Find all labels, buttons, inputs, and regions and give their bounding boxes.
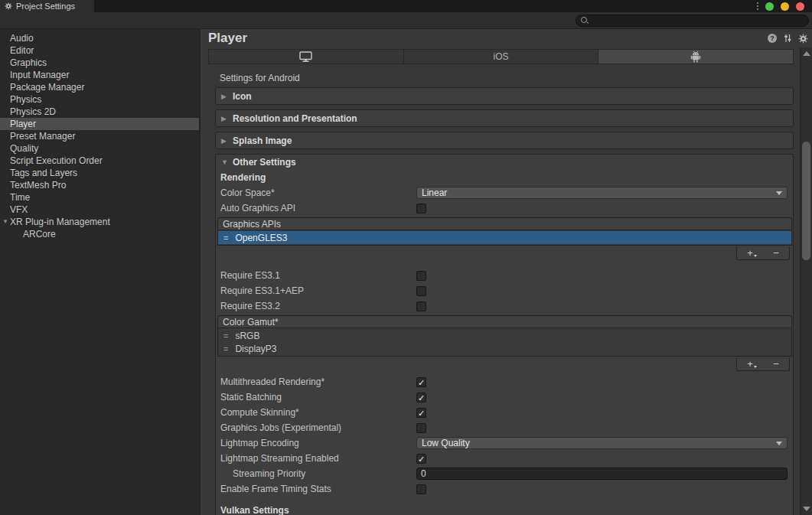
streaming-priority-row: Streaming Priority xyxy=(216,466,793,481)
color-gamut-list: Color Gamut* = sRGB = DisplayP3 xyxy=(217,315,792,371)
sidebar-item-package-manager[interactable]: Package Manager xyxy=(0,81,199,93)
multithreaded-rendering-checkbox[interactable]: ✓ xyxy=(416,377,426,387)
tab-standalone[interactable] xyxy=(209,50,404,64)
require-es32-checkbox[interactable] xyxy=(416,302,426,311)
window-title: Project Settings xyxy=(16,2,75,11)
sidebar-item-player[interactable]: Player xyxy=(0,118,199,130)
tab-ios[interactable]: iOS xyxy=(404,50,599,64)
foldout-collapsed-icon: ▶ xyxy=(221,93,228,100)
sidebar-item-input-manager[interactable]: Input Manager xyxy=(0,69,199,81)
toolbar xyxy=(0,12,812,29)
gear-icon xyxy=(5,2,12,10)
add-button[interactable]: + xyxy=(737,358,763,370)
sidebar-item-script-execution-order[interactable]: Script Execution Order xyxy=(0,155,199,167)
list-item-opengles3[interactable]: = OpenGLES3 xyxy=(218,231,791,244)
sidebar-item-textmesh-pro[interactable]: TextMesh Pro xyxy=(0,179,199,191)
list-item-displayp3[interactable]: = DisplayP3 xyxy=(218,342,791,355)
scrollbar-thumb[interactable] xyxy=(802,142,810,260)
sidebar-item-xr-plugin-management[interactable]: ▼ XR Plug-in Management xyxy=(0,216,199,228)
vertical-scrollbar[interactable] xyxy=(800,47,812,515)
foldout-expanded-icon: ▼ xyxy=(221,158,228,166)
add-dropdown-icon xyxy=(754,366,757,368)
foldout-collapsed-icon: ▶ xyxy=(221,115,228,122)
scroll-up-icon[interactable] xyxy=(803,51,810,56)
require-es31-checkbox[interactable] xyxy=(416,271,426,281)
require-es32-row: Require ES3.2 xyxy=(216,298,793,314)
foldout-expanded-icon[interactable]: ▼ xyxy=(1,216,10,228)
remove-button[interactable]: − xyxy=(763,247,789,259)
graphics-apis-list: Graphics APIs = OpenGLES3 + − xyxy=(217,217,792,260)
lightmap-encoding-dropdown[interactable]: Low Quality xyxy=(416,437,788,449)
color-space-dropdown[interactable]: Linear xyxy=(416,187,788,199)
foldout-collapsed-icon: ▶ xyxy=(221,137,228,145)
auto-graphics-api-row: Auto Graphics API xyxy=(216,200,793,216)
project-settings-tab[interactable]: Project Settings xyxy=(0,0,94,12)
compute-skinning-checkbox[interactable]: ✓ xyxy=(416,408,426,418)
remove-button[interactable]: − xyxy=(763,358,789,370)
sidebar-item-graphics[interactable]: Graphics xyxy=(0,57,199,69)
list-item-srgb[interactable]: = sRGB xyxy=(218,329,791,342)
gear-icon[interactable] xyxy=(798,34,808,44)
static-batching-checkbox[interactable]: ✓ xyxy=(416,393,426,403)
help-icon[interactable]: ? xyxy=(768,34,777,43)
require-es31-row: Require ES3.1 xyxy=(216,268,793,283)
traffic-light-yellow[interactable] xyxy=(781,2,789,11)
compute-skinning-row: Compute Skinning* ✓ xyxy=(216,405,793,420)
section-splash-image[interactable]: ▶ Splash Image xyxy=(215,132,794,149)
sidebar-item-audio[interactable]: Audio xyxy=(0,32,199,44)
scroll-down-icon[interactable] xyxy=(803,507,810,511)
require-es31aep-row: Require ES3.1+AEP xyxy=(216,283,793,298)
require-es31aep-checkbox[interactable] xyxy=(416,286,426,296)
sidebar-item-quality[interactable]: Quality xyxy=(0,142,199,155)
lightmap-streaming-row: Lightmap Streaming Enabled ✓ xyxy=(216,451,793,466)
search-field[interactable] xyxy=(576,15,809,27)
chevron-down-icon xyxy=(776,442,782,445)
presets-icon[interactable] xyxy=(783,34,792,43)
sidebar-item-physics-2d[interactable]: Physics 2D xyxy=(0,106,199,118)
kebab-menu-icon[interactable] xyxy=(757,2,758,10)
drag-handle-icon[interactable]: = xyxy=(223,344,228,354)
sidebar-item-time[interactable]: Time xyxy=(0,191,199,204)
sidebar-item-vfx[interactable]: VFX xyxy=(0,204,199,216)
monitor-icon xyxy=(299,51,312,63)
android-icon xyxy=(690,51,701,63)
streaming-priority-input[interactable] xyxy=(416,468,788,480)
window-titlebar: Project Settings xyxy=(0,0,812,12)
chevron-down-icon xyxy=(776,191,782,195)
section-other-settings: ▼ Other Settings Rendering Color Space* … xyxy=(215,154,794,515)
sidebar-item-physics[interactable]: Physics xyxy=(0,93,199,106)
section-resolution-and-presentation[interactable]: ▶ Resolution and Presentation xyxy=(215,109,794,127)
multithreaded-rendering-row: Multithreaded Rendering* ✓ xyxy=(216,374,793,390)
sidebar-item-arcore[interactable]: ARCore xyxy=(0,228,199,240)
sidebar-item-preset-manager[interactable]: Preset Manager xyxy=(0,130,199,142)
drag-handle-icon[interactable]: = xyxy=(223,331,228,341)
tab-android[interactable] xyxy=(598,50,793,64)
color-gamut-list-header: Color Gamut* xyxy=(217,315,792,328)
static-batching-row: Static Batching ✓ xyxy=(216,390,793,405)
sidebar-item-tags-and-layers[interactable]: Tags and Layers xyxy=(0,167,199,179)
sidebar-item-editor[interactable]: Editor xyxy=(0,44,199,57)
graphics-apis-list-header: Graphics APIs xyxy=(217,217,792,230)
graphics-jobs-checkbox[interactable] xyxy=(416,423,426,433)
lightmap-streaming-checkbox[interactable]: ✓ xyxy=(416,454,426,464)
rendering-group-label: Rendering xyxy=(216,170,793,185)
graphics-jobs-row: Graphics Jobs (Experimental) xyxy=(216,420,793,435)
search-input[interactable] xyxy=(589,15,808,26)
traffic-light-red[interactable] xyxy=(796,2,804,11)
vulkan-settings-group-label: Vulkan Settings xyxy=(216,503,793,515)
platform-tabbar: iOS xyxy=(208,49,794,64)
search-icon xyxy=(580,16,589,24)
tab-ios-label: iOS xyxy=(494,51,509,62)
player-header: Player ? xyxy=(201,29,812,47)
settings-category-sidebar: Audio Editor Graphics Input Manager Pack… xyxy=(0,29,199,515)
frame-timing-checkbox[interactable] xyxy=(416,484,426,494)
frame-timing-row: Enable Frame Timing Stats xyxy=(216,481,793,497)
add-dropdown-icon xyxy=(754,255,757,257)
section-icon[interactable]: ▶ Icon xyxy=(215,87,794,105)
add-button[interactable]: + xyxy=(737,247,763,259)
traffic-light-green[interactable] xyxy=(765,2,774,11)
auto-graphics-api-checkbox[interactable] xyxy=(416,204,426,213)
settings-for-label: Settings for Android xyxy=(220,73,800,83)
other-settings-header[interactable]: ▼ Other Settings xyxy=(216,155,793,170)
drag-handle-icon[interactable]: = xyxy=(223,233,228,243)
